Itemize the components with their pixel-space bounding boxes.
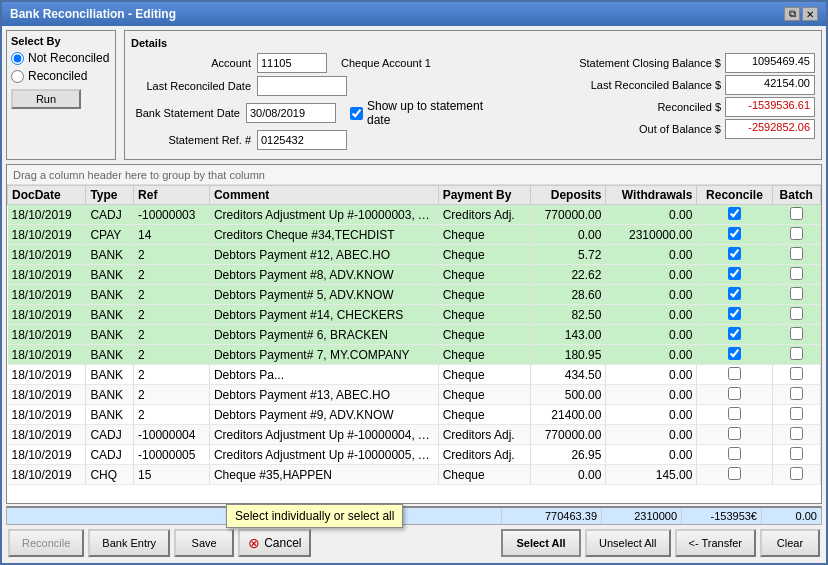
batch-checkbox[interactable]: [790, 347, 803, 360]
cell-batch[interactable]: [772, 405, 820, 425]
reconcile-checkbox[interactable]: [728, 207, 741, 220]
title-bar: Bank Reconciliation - Editing ⧉ ✕: [2, 2, 826, 26]
batch-checkbox[interactable]: [790, 467, 803, 480]
cell-reconcile[interactable]: [697, 385, 772, 405]
run-button[interactable]: Run: [11, 89, 81, 109]
cell-batch[interactable]: [772, 305, 820, 325]
cell-reconcile[interactable]: [697, 305, 772, 325]
cell-reconcile[interactable]: [697, 245, 772, 265]
reconcile-checkbox[interactable]: [728, 447, 741, 460]
reconcile-checkbox[interactable]: [728, 267, 741, 280]
cell-batch[interactable]: [772, 465, 820, 485]
reconcile-checkbox[interactable]: [728, 367, 741, 380]
cell-ref: 2: [134, 405, 210, 425]
cell-batch[interactable]: [772, 205, 820, 225]
table-row: 18/10/2019 BANK 2 Debtors Pa... Cheque 4…: [8, 365, 821, 385]
batch-checkbox[interactable]: [790, 327, 803, 340]
reconcile-checkbox[interactable]: [728, 407, 741, 420]
batch-checkbox[interactable]: [790, 387, 803, 400]
cell-reconcile[interactable]: [697, 345, 772, 365]
cell-type: BANK: [86, 325, 134, 345]
not-reconciled-option[interactable]: Not Reconciled: [11, 51, 111, 65]
reconcile-checkbox[interactable]: [728, 347, 741, 360]
reconcile-checkbox[interactable]: [728, 287, 741, 300]
cell-date: 18/10/2019: [8, 325, 86, 345]
grid-container[interactable]: DocDate Type Ref Comment Payment By Depo…: [7, 185, 821, 503]
account-label: Account: [131, 57, 251, 69]
transfer-button[interactable]: <- Transfer: [675, 529, 757, 557]
cell-type: CPAY: [86, 225, 134, 245]
statement-ref-input[interactable]: [257, 130, 347, 150]
cell-reconcile[interactable]: [697, 445, 772, 465]
cancel-button[interactable]: ⊗ Cancel: [238, 529, 311, 557]
batch-checkbox[interactable]: [790, 307, 803, 320]
show-up-checkbox-label[interactable]: Show up to statement date: [350, 99, 495, 127]
grid-section: Drag a column header here to group by th…: [6, 164, 822, 504]
cell-reconcile[interactable]: [697, 265, 772, 285]
save-button[interactable]: Save: [174, 529, 234, 557]
batch-checkbox[interactable]: [790, 407, 803, 420]
bank-statement-input[interactable]: [246, 103, 336, 123]
cell-type: BANK: [86, 285, 134, 305]
cell-batch[interactable]: [772, 365, 820, 385]
reconcile-checkbox[interactable]: [728, 467, 741, 480]
cell-reconcile[interactable]: [697, 405, 772, 425]
batch-checkbox[interactable]: [790, 247, 803, 260]
cell-reconcile[interactable]: [697, 285, 772, 305]
batch-checkbox[interactable]: [790, 367, 803, 380]
total-deposits: 770463.39: [501, 508, 601, 524]
tooltip-text: Select individually or select all: [235, 509, 394, 523]
batch-checkbox[interactable]: [790, 447, 803, 460]
not-reconciled-radio[interactable]: [11, 52, 24, 65]
select-all-button[interactable]: Select All: [501, 529, 581, 557]
batch-checkbox[interactable]: [790, 287, 803, 300]
cancel-label: Cancel: [264, 536, 301, 550]
cell-type: BANK: [86, 365, 134, 385]
cell-reconcile[interactable]: [697, 365, 772, 385]
reconciled-radio[interactable]: [11, 70, 24, 83]
reconcile-checkbox[interactable]: [728, 227, 741, 240]
bank-statement-label: Bank Statement Date: [131, 107, 240, 119]
reconcile-button[interactable]: Reconcile: [8, 529, 84, 557]
reconciled-option[interactable]: Reconciled: [11, 69, 111, 83]
unselect-all-button[interactable]: Unselect All: [585, 529, 670, 557]
cell-batch[interactable]: [772, 265, 820, 285]
cell-batch[interactable]: [772, 425, 820, 445]
reconcile-checkbox[interactable]: [728, 327, 741, 340]
cell-batch[interactable]: [772, 325, 820, 345]
close-button[interactable]: ✕: [802, 7, 818, 21]
cell-batch[interactable]: [772, 225, 820, 245]
cell-batch[interactable]: [772, 245, 820, 265]
reconcile-checkbox[interactable]: [728, 427, 741, 440]
cell-batch[interactable]: [772, 285, 820, 305]
cell-withdrawals: 0.00: [606, 445, 697, 465]
totals-bar: 770463.39 2310000 -153953€ 0.00: [6, 506, 822, 525]
cell-date: 18/10/2019: [8, 285, 86, 305]
reconcile-checkbox[interactable]: [728, 307, 741, 320]
cell-reconcile[interactable]: [697, 425, 772, 445]
cell-payment-by: Cheque: [438, 245, 531, 265]
last-reconciled-input[interactable]: [257, 76, 347, 96]
batch-checkbox[interactable]: [790, 227, 803, 240]
restore-button[interactable]: ⧉: [784, 7, 800, 21]
batch-checkbox[interactable]: [790, 207, 803, 220]
batch-checkbox[interactable]: [790, 427, 803, 440]
show-up-checkbox[interactable]: [350, 107, 363, 120]
cell-batch[interactable]: [772, 385, 820, 405]
cell-batch[interactable]: [772, 445, 820, 465]
reconcile-checkbox[interactable]: [728, 247, 741, 260]
cell-type: CADJ: [86, 445, 134, 465]
cell-withdrawals: 0.00: [606, 325, 697, 345]
bank-entry-button[interactable]: Bank Entry: [88, 529, 170, 557]
account-input[interactable]: [257, 53, 327, 73]
batch-checkbox[interactable]: [790, 267, 803, 280]
clear-button[interactable]: Clear: [760, 529, 820, 557]
cell-reconcile[interactable]: [697, 225, 772, 245]
cell-reconcile[interactable]: [697, 205, 772, 225]
reconcile-checkbox[interactable]: [728, 387, 741, 400]
cell-batch[interactable]: [772, 345, 820, 365]
cell-reconcile[interactable]: [697, 465, 772, 485]
col-reconcile: Reconcile: [697, 186, 772, 205]
cell-reconcile[interactable]: [697, 325, 772, 345]
cell-comment: Creditors Adjustment Up #-10000003, TECH…: [209, 205, 438, 225]
